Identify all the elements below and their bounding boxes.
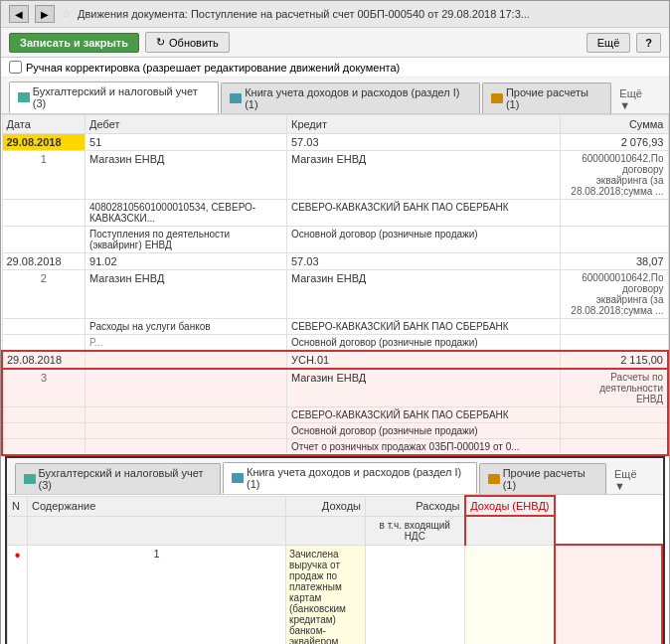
save-close-button[interactable]: Записать и закрыть — [9, 33, 139, 53]
table-row[interactable]: 2 Магазин ЕНВД Магазин ЕНВД 600000010642… — [2, 270, 668, 319]
top-section: Бухгалтерский и налоговый учет (3) Книга… — [1, 78, 669, 456]
table-row[interactable]: 29.08.2018 91.02 57.03 38,07 — [2, 253, 668, 270]
bot-content-cell: Зачислена выручка от продаж по платежным… — [286, 545, 366, 644]
table-row[interactable]: 29.08.2018 51 57.03 2 076,93 — [2, 134, 668, 151]
help-button[interactable]: ? — [636, 33, 661, 53]
tab-other-icon — [491, 93, 503, 103]
bottom-tab-book[interactable]: Книга учета доходов и расходов (раздел I… — [223, 462, 477, 494]
credit-sub6-cell: Основной договор (розничные продажи) — [286, 335, 560, 352]
empty-cell3 — [2, 319, 85, 335]
bot-subh-envd — [465, 516, 555, 545]
table-row[interactable]: Поступления по деятельности (эквайринг) … — [2, 227, 668, 253]
credit-sub5-cell: СЕВЕРО-КАВКАЗСКИЙ БАНК ПАО СБЕРБАНК — [286, 319, 560, 335]
refresh-icon: ↻ — [156, 36, 165, 49]
col-debit: Дебет — [85, 115, 287, 134]
red-dot-icon: • — [15, 547, 21, 564]
manual-correction-label: Ручная корректировка (разрешает редактир… — [26, 62, 400, 74]
num-cell3: 3 — [2, 369, 85, 407]
top-tabs-bar: Бухгалтерский и налоговый учет (3) Книга… — [1, 78, 669, 114]
table-row-selected[interactable]: Основной договор (розничные продажи) — [2, 423, 668, 439]
col-amount: Сумма — [560, 115, 668, 134]
bot-income-cell — [366, 545, 465, 644]
refresh-button[interactable]: ↻ Обновить — [145, 32, 230, 53]
empty5-cell — [560, 335, 668, 352]
bot-col-income: Доходы — [286, 496, 366, 516]
manual-correction-row: Ручная корректировка (разрешает редактир… — [1, 58, 669, 78]
bottom-table: N Содержание Доходы Расходы Доходы (ЕНВД… — [7, 495, 663, 644]
credit-sub4-cell: Магазин ЕНВД — [286, 270, 560, 319]
date-cell: 29.08.2018 — [2, 134, 85, 151]
debit-sub2-cell: 408028105601000010534, СЕВЕРО-КАВКАЗСКИ.… — [85, 200, 287, 227]
tabs-more-button[interactable]: Ещё ▼ — [613, 85, 661, 113]
manual-correction-checkbox[interactable] — [9, 61, 22, 74]
bot-subh-n — [8, 516, 28, 545]
table-row[interactable]: Р... Основной договор (розничные продажи… — [2, 335, 668, 352]
bottom-section: Бухгалтерский и налоговый учет (3) Книга… — [5, 456, 665, 644]
empty-cell4 — [2, 335, 85, 352]
tab-other[interactable]: Прочие расчеты (1) — [482, 82, 611, 113]
amount-sub3-cell: Расчеты подеятельностиЕНВД — [560, 369, 668, 407]
empty3-cell — [560, 227, 668, 253]
empty-cell5 — [2, 407, 85, 423]
debit-sub10-cell — [85, 439, 287, 456]
debit-cell3 — [85, 351, 287, 369]
credit-cell: 57.03 — [286, 134, 560, 151]
empty2-cell — [560, 200, 668, 227]
credit-sub3-cell: Основной договор (розничные продажи) — [286, 227, 560, 253]
debit-sub8-cell — [85, 407, 287, 423]
bot-col-content: Содержание — [28, 496, 286, 516]
amount-cell2: 38,07 — [560, 253, 668, 270]
table-row[interactable]: 1 Магазин ЕНВД Магазин ЕНВД 600000010642… — [2, 151, 668, 200]
bottom-table-area: N Содержание Доходы Расходы Доходы (ЕНВД… — [7, 495, 663, 644]
empty-cell2 — [2, 227, 85, 253]
more-button[interactable]: Ещё — [586, 33, 631, 53]
table-row-selected[interactable]: 3 Магазин ЕНВД Расчеты подеятельностиЕНВ… — [2, 369, 668, 407]
bot-income-envd-cell: 2 115,00 — [555, 545, 663, 644]
tab-accounting-icon — [18, 92, 30, 102]
bottom-tab-book-icon — [232, 473, 244, 483]
table-row[interactable]: Расходы на услуги банков СЕВЕРО-КАВКАЗСК… — [2, 319, 668, 335]
bottom-tab-other-icon — [488, 474, 500, 484]
debit-sub9-cell — [85, 423, 287, 439]
bot-col-n: N — [8, 496, 28, 516]
amount-sub-cell: 600000010642.Подоговоруэквайринга (за28.… — [560, 151, 668, 200]
credit-sub-cell: Магазин ЕНВД — [286, 151, 560, 200]
table-row-selected[interactable]: Отчет о розничных продажах 03БП-000019 о… — [2, 439, 668, 456]
table-row[interactable]: 408028105601000010534, СЕВЕРО-КАВКАЗСКИ.… — [2, 200, 668, 227]
bottom-tab-other[interactable]: Прочие расчеты (1) — [479, 463, 606, 494]
bot-subh-content — [28, 516, 286, 545]
tab-accounting[interactable]: Бухгалтерский и налоговый учет (3) — [9, 81, 219, 113]
nav-forward-button[interactable]: ▶ — [35, 5, 55, 23]
bot-dot-cell: • — [8, 545, 28, 644]
amount-cell: 2 076,93 — [560, 134, 668, 151]
star-icon[interactable]: ☆ — [61, 7, 72, 21]
debit-cell2: 91.02 — [85, 253, 287, 270]
bottom-tab-acc-icon — [24, 474, 36, 484]
empty-cell7 — [2, 439, 85, 456]
amount-sub2-cell: 600000010642.Подоговоруэквайринга (за28.… — [560, 270, 668, 319]
bottom-tab-accounting[interactable]: Бухгалтерский и налоговый учет (3) — [15, 463, 221, 494]
bottom-tabs-bar: Бухгалтерский и налоговый учет (3) Книга… — [7, 458, 663, 495]
bot-subh-nds: в т.ч. входящий НДС — [366, 516, 465, 545]
bot-col-expenses: Расходы — [366, 496, 465, 516]
credit-cell3: УСН.01 — [286, 351, 560, 369]
debit-sub5-cell: Расходы на услуги банков — [85, 319, 287, 335]
bottom-tabs-more-button[interactable]: Ещё ▼ — [608, 466, 655, 494]
tab-book[interactable]: Книга учета доходов и расходов (раздел I… — [221, 82, 480, 113]
nav-back-button[interactable]: ◀ — [9, 5, 29, 23]
main-table-area: Дата Дебет Кредит Сумма 29.08.2018 51 57… — [1, 114, 669, 456]
table-row-selected[interactable]: 29.08.2018 УСН.01 2 115,00 — [2, 351, 668, 369]
bot-num-cell: 1 — [28, 545, 286, 644]
empty7-cell — [560, 423, 668, 439]
date-cell3: 29.08.2018 — [2, 351, 85, 369]
empty-cell6 — [2, 423, 85, 439]
debit-sub7-cell — [85, 369, 287, 407]
title-bar: ◀ ▶ ☆ Движения документа: Поступление на… — [1, 1, 669, 28]
table-row-selected[interactable]: СЕВЕРО-КАВКАЗСКИЙ БАНК ПАО СБЕРБАНК — [2, 407, 668, 423]
col-credit: Кредит — [286, 115, 560, 134]
tab-book-icon — [230, 93, 242, 103]
debit-sub6-cell: Р... — [85, 335, 287, 352]
empty6-cell — [560, 407, 668, 423]
empty8-cell — [560, 439, 668, 456]
bottom-table-row[interactable]: • 1 Зачислена выручка от продаж по плате… — [8, 545, 663, 644]
